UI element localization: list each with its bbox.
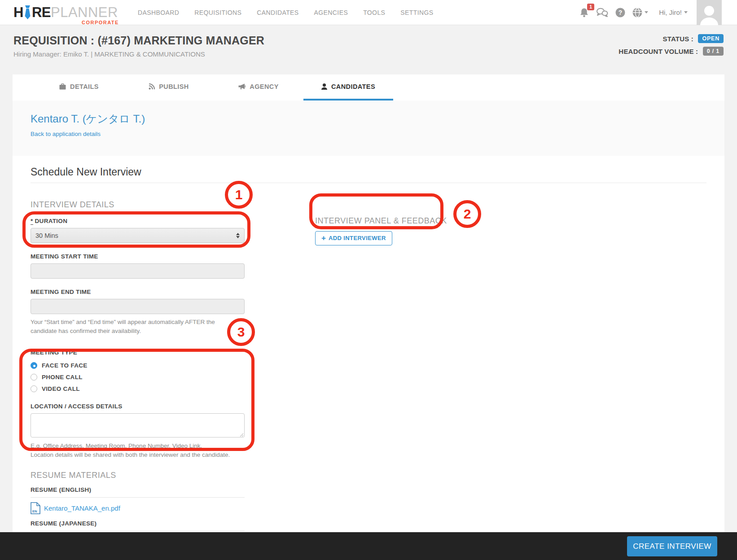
tab-details-label: DETAILS xyxy=(70,83,99,90)
create-interview-button[interactable]: CREATE INTERVIEW xyxy=(627,536,717,556)
headcount-label: HEADCOUNT VOLUME : xyxy=(619,48,698,55)
tie-icon xyxy=(24,5,31,19)
footer-action-bar: CREATE INTERVIEW xyxy=(0,532,737,560)
duration-select-value: 30 Mins xyxy=(35,232,58,239)
radio-label-face-to-face: FACE TO FACE xyxy=(42,362,88,369)
language-globe-icon[interactable] xyxy=(632,8,648,18)
user-caret-icon xyxy=(684,11,688,13)
start-time-label: MEETING START TIME xyxy=(31,253,245,260)
nav-item-requisitions[interactable]: REQUISITIONS xyxy=(194,9,241,16)
resume-english-file-link[interactable]: Kentaro_TANAKA_en.pdf xyxy=(44,504,120,512)
page-title: REQUISITION : (#167) MARKETING MANAGER xyxy=(13,34,264,47)
logo-text-planner: PLANNER xyxy=(51,5,118,19)
location-label: LOCATION / ACCESS DETAILS xyxy=(31,403,245,410)
megaphone-icon xyxy=(238,83,246,90)
messages-chat-icon[interactable] xyxy=(596,8,608,17)
tab-agency-label: AGENCY xyxy=(250,83,278,90)
document-en-icon: EN xyxy=(31,502,40,514)
logo-text-hire: H xyxy=(13,5,23,19)
svg-text:?: ? xyxy=(619,9,623,16)
nav-item-tools[interactable]: TOOLS xyxy=(363,9,385,16)
radio-option-video-call[interactable]: VIDEO CALL xyxy=(31,385,245,392)
greeting-text: Hi, Jiro! xyxy=(659,9,682,16)
radio-label-video-call: VIDEO CALL xyxy=(42,385,80,392)
tab-candidates[interactable]: CANDIDATES xyxy=(303,74,393,101)
nav-item-candidates[interactable]: CANDIDATES xyxy=(257,9,298,16)
radio-checked-icon xyxy=(31,362,37,369)
requisition-header: REQUISITION : (#167) MARKETING MANAGER H… xyxy=(0,25,737,74)
notifications-bell-icon[interactable]: 1 xyxy=(579,8,589,18)
person-icon xyxy=(321,83,327,90)
time-help-text: Your “Start time” and “End time” will ap… xyxy=(31,318,235,336)
hiring-manager-subtitle: Hiring Manager: Emiko T. | MARKETING & C… xyxy=(13,50,264,58)
required-mark: * xyxy=(31,218,33,225)
start-time-input[interactable] xyxy=(31,263,245,279)
resume-english-row: EN Kentaro_TANAKA_en.pdf xyxy=(31,498,245,517)
nav-item-agencies[interactable]: AGENCIES xyxy=(314,9,348,16)
resume-japanese-label: RESUME (JAPANESE) xyxy=(31,520,245,531)
duration-field: *DURATION 30 Mins xyxy=(31,218,245,243)
globe-caret-icon xyxy=(645,11,648,13)
tab-publish[interactable]: PUBLISH xyxy=(124,74,214,101)
brand-logo[interactable]: H RE PLANNER CORPORATE xyxy=(13,5,118,19)
requisition-meta: STATUS : OPEN HEADCOUNT VOLUME : 0 / 1 xyxy=(619,34,724,74)
tab-agency[interactable]: AGENCY xyxy=(214,74,303,101)
status-label: STATUS : xyxy=(662,35,693,43)
plus-icon: + xyxy=(321,234,326,242)
requisition-tabs: DETAILS PUBLISH AGENCY xyxy=(13,74,724,101)
content-card: DETAILS PUBLISH AGENCY xyxy=(13,74,724,532)
form-title: Schedule New Interview xyxy=(31,166,706,183)
user-menu[interactable]: Hi, Jiro! xyxy=(659,9,688,16)
nav-item-settings[interactable]: SETTINGS xyxy=(400,9,433,16)
start-time-field: MEETING START TIME xyxy=(31,253,245,279)
end-time-field: MEETING END TIME xyxy=(31,289,245,314)
headcount-row: HEADCOUNT VOLUME : 0 / 1 xyxy=(619,47,724,56)
select-arrows-icon xyxy=(236,233,240,238)
radio-unchecked-icon xyxy=(31,374,37,381)
app-window: H RE PLANNER CORPORATE DASHBOARD REQUISI… xyxy=(0,0,737,560)
location-help-line1: E.g. Office Address, Meeting Room, Phone… xyxy=(31,442,202,449)
interview-panel-heading: INTERVIEW PANEL & FEEDBACK xyxy=(315,216,447,226)
main-nav: DASHBOARD REQUISITIONS CANDIDATES AGENCI… xyxy=(138,9,434,16)
radio-option-face-to-face[interactable]: FACE TO FACE xyxy=(31,362,245,369)
interview-details-heading: INTERVIEW DETAILS xyxy=(31,200,245,210)
resume-materials-heading: RESUME MATERIALS xyxy=(31,471,245,480)
avatar[interactable] xyxy=(697,0,722,25)
status-row: STATUS : OPEN xyxy=(619,34,724,43)
top-navbar: H RE PLANNER CORPORATE DASHBOARD REQUISI… xyxy=(0,0,737,25)
logo-text-re: RE xyxy=(32,5,51,19)
add-interviewer-button[interactable]: + ADD INTERVIEWER xyxy=(315,231,392,245)
rss-icon xyxy=(149,83,155,90)
radio-unchecked-icon xyxy=(31,385,37,392)
requisition-header-left: REQUISITION : (#167) MARKETING MANAGER H… xyxy=(13,25,264,74)
location-help-line2: Location details will be shared with bot… xyxy=(31,451,230,458)
candidate-band: Kentaro T. (ケンタロ T.) Back to application… xyxy=(13,101,724,156)
back-to-application-link[interactable]: Back to application details xyxy=(31,131,101,137)
location-help-text: E.g. Office Address, Meeting Room, Phone… xyxy=(31,442,235,460)
location-textarea-wrap xyxy=(31,413,245,439)
logo-text-corporate: CORPORATE xyxy=(82,20,119,25)
tab-candidates-label: CANDIDATES xyxy=(331,83,375,90)
duration-select[interactable]: 30 Mins xyxy=(31,228,245,243)
candidate-name: Kentaro T. (ケンタロ T.) xyxy=(31,112,724,126)
svg-text:EN: EN xyxy=(32,509,37,513)
nav-item-dashboard[interactable]: DASHBOARD xyxy=(138,9,179,16)
end-time-input[interactable] xyxy=(31,299,245,314)
interview-details-column: INTERVIEW DETAILS *DURATION 30 Mins xyxy=(31,200,245,532)
end-time-label: MEETING END TIME xyxy=(31,289,245,295)
meeting-type-group: FACE TO FACE PHONE CALL VIDEO CALL xyxy=(31,362,245,392)
radio-option-phone-call[interactable]: PHONE CALL xyxy=(31,374,245,381)
schedule-interview-form: Schedule New Interview INTERVIEW DETAILS… xyxy=(13,156,724,532)
location-textarea[interactable] xyxy=(31,413,245,438)
notification-count-badge: 1 xyxy=(587,4,594,11)
interview-panel-column: INTERVIEW PANEL & FEEDBACK + ADD INTERVI… xyxy=(315,216,447,245)
tab-publish-label: PUBLISH xyxy=(159,83,189,90)
radio-label-phone-call: PHONE CALL xyxy=(42,374,83,381)
duration-label: *DURATION xyxy=(31,218,245,224)
headcount-badge: 0 / 1 xyxy=(703,47,724,56)
help-icon[interactable]: ? xyxy=(615,8,625,18)
topbar-right: 1 ? xyxy=(579,0,737,25)
tab-details[interactable]: DETAILS xyxy=(34,74,124,101)
meeting-type-label: MEETING TYPE xyxy=(31,349,245,356)
duration-label-text: DURATION xyxy=(35,218,68,224)
